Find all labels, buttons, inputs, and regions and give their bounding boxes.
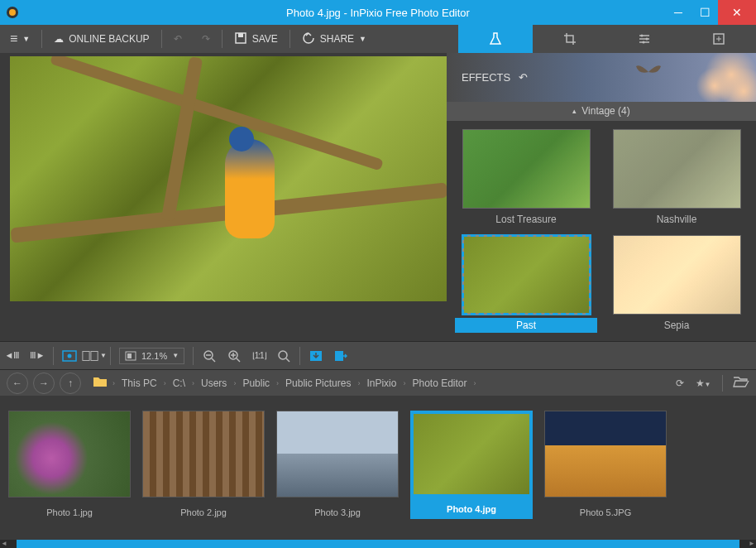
zoom-100-button[interactable]: ⌊1:1⌋	[246, 344, 271, 368]
maximize-button[interactable]: ☐	[691, 0, 718, 25]
nav-forward-button[interactable]: →	[33, 373, 55, 394]
browser-item[interactable]: Photo 2.jpg	[142, 411, 265, 519]
save-icon	[234, 31, 247, 47]
close-button[interactable]: ✕	[718, 0, 756, 25]
share-icon	[302, 31, 315, 47]
svg-point-1	[9, 9, 16, 16]
svg-rect-24	[335, 351, 343, 361]
zoom-out-button[interactable]	[197, 344, 222, 368]
main-toolbar: ≡▼ ☁ ONLINE BACKUP ↶ ↷ SAVE SHARE ▼	[0, 25, 756, 53]
tab-effects[interactable]	[458, 25, 533, 53]
svg-rect-11	[91, 351, 98, 360]
crop-icon	[562, 31, 577, 46]
chevron-up-icon: ▴	[572, 107, 577, 115]
flowers-decoration	[673, 53, 756, 102]
svg-line-18	[237, 358, 240, 362]
undo-effects-icon[interactable]: ↶	[519, 71, 528, 84]
svg-line-22	[286, 358, 289, 362]
folder-icon	[93, 376, 108, 390]
next-arrows-button[interactable]: Ⅲ►	[25, 344, 50, 368]
svg-rect-10	[83, 351, 89, 360]
minimize-button[interactable]: ─	[665, 0, 691, 25]
titlebar: Photo 4.jpg - InPixio Free Photo Editor …	[0, 0, 756, 25]
canvas-area	[0, 53, 447, 341]
menu-button[interactable]: ≡▼	[0, 25, 40, 53]
zoom-in-button[interactable]	[222, 344, 246, 368]
svg-point-9	[68, 353, 72, 358]
browser-item[interactable]: Photo 3.jpg	[276, 411, 399, 519]
cloud-icon: ☁	[54, 33, 64, 45]
browser-item[interactable]: Photo 5.JPG	[544, 411, 667, 519]
browser-item[interactable]: Photo 1.jpg	[8, 411, 131, 519]
effects-header: EFFECTS ↶	[447, 53, 756, 102]
butterfly-decoration	[632, 60, 665, 84]
nav-up-button[interactable]: ↑	[60, 373, 81, 394]
effects-category[interactable]: ▴ Vintage (4)	[447, 102, 756, 121]
save-button[interactable]: SAVE	[224, 25, 288, 53]
effect-nashville[interactable]: Nashville	[605, 129, 748, 227]
nav-back-button[interactable]: ←	[7, 373, 28, 394]
svg-rect-13	[127, 353, 132, 358]
single-view-button[interactable]	[57, 344, 82, 368]
browser-item[interactable]: Photo 4.jpg	[410, 411, 533, 519]
tab-crop[interactable]	[533, 25, 607, 53]
breadcrumb-bar: ← → ↑ › This PC› C:\› Users› Public› Pub…	[0, 369, 756, 396]
refresh-button[interactable]: ⟳	[671, 377, 689, 389]
effects-thumbnails: Lost Treasure Nashville Past Sepia	[447, 121, 756, 341]
sliders-icon	[637, 31, 652, 46]
zoom-toolbar: ◄Ⅲ Ⅲ► ▼ 12.1% ▼ ⌊1:1⌋	[0, 341, 756, 369]
file-browser: Photo 1.jpg Photo 2.jpg Photo 3.jpg Phot…	[0, 396, 756, 540]
svg-point-6	[643, 41, 645, 44]
import-button[interactable]	[304, 344, 328, 368]
effect-lost-treasure[interactable]: Lost Treasure	[455, 129, 597, 227]
window-title: Photo 4.jpg - InPixio Free Photo Editor	[286, 7, 470, 19]
favorite-button[interactable]: ★▼	[694, 377, 712, 389]
zoom-fit-button[interactable]	[271, 344, 296, 368]
svg-point-5	[646, 38, 648, 41]
horizontal-scrollbar[interactable]: ◄ ►	[0, 540, 756, 548]
undo-button[interactable]: ↶	[164, 25, 192, 53]
breadcrumb[interactable]: › This PC› C:\› Users› Public› Public Pi…	[112, 377, 666, 389]
effect-past[interactable]: Past	[455, 235, 597, 333]
online-backup-button[interactable]: ☁ ONLINE BACKUP	[44, 25, 159, 53]
main-image[interactable]	[10, 56, 447, 301]
svg-rect-3	[238, 33, 243, 37]
tab-frames[interactable]	[682, 25, 756, 53]
effect-sepia[interactable]: Sepia	[605, 235, 748, 333]
redo-button[interactable]: ↷	[192, 25, 220, 53]
split-view-button[interactable]: ▼	[82, 344, 107, 368]
flask-icon	[488, 31, 503, 46]
frame-icon	[711, 31, 726, 46]
fit-icon	[125, 351, 136, 361]
zoom-control[interactable]: 12.1% ▼	[119, 348, 184, 364]
tab-adjust[interactable]	[607, 25, 682, 53]
svg-line-15	[212, 358, 215, 362]
export-button[interactable]	[328, 344, 353, 368]
svg-point-4	[641, 35, 644, 37]
svg-point-21	[279, 351, 287, 359]
share-button[interactable]: SHARE ▼	[292, 25, 376, 53]
open-folder-button[interactable]	[733, 376, 749, 390]
side-panel: EFFECTS ↶ ▴ Vintage (4) Lost Treasure Na…	[447, 53, 756, 341]
prev-arrows-button[interactable]: ◄Ⅲ	[0, 344, 25, 368]
app-icon	[0, 0, 25, 25]
